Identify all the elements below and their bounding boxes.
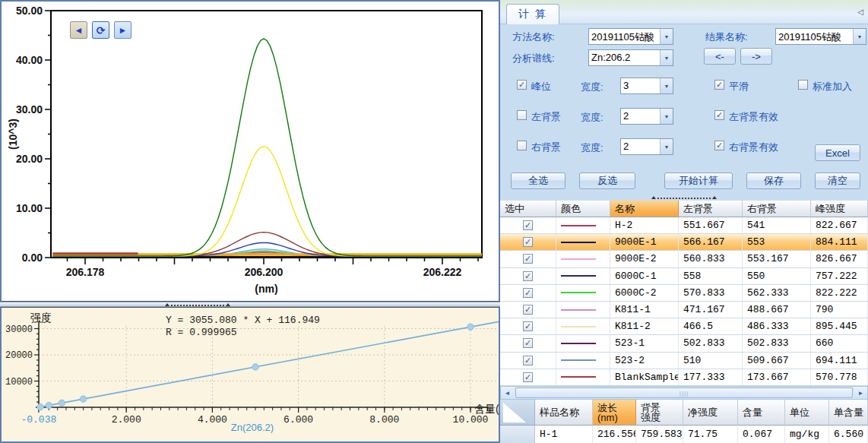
spectral-toolbar: ◄ ⟳ ► (70, 21, 131, 39)
spectral-line-row[interactable]: ✓9000E-1566.167553884.111 (500, 234, 868, 251)
method-name-label: 方法名称: (512, 30, 555, 44)
results-column-header[interactable]: 含量 (738, 400, 785, 426)
app-window: 0.0010.0020.0030.0040.0050.00206.178206.… (0, 0, 868, 443)
row-checkbox[interactable]: ✓ (523, 372, 533, 382)
excel-button[interactable]: Excel (815, 144, 860, 161)
right-bg-cell: 502.833 (743, 335, 811, 351)
results-table-header: 样品名称波长 (nm)背景 强度净强度含量单位单含量 (500, 400, 868, 426)
right-bg-cell: 562.333 (743, 285, 811, 301)
previous-line-button[interactable]: ◄ (70, 21, 87, 39)
next-result-button[interactable]: -> (740, 48, 772, 65)
results-column-header[interactable]: 背景 强度 (636, 400, 683, 426)
chevron-down-icon[interactable]: ▼ (853, 29, 866, 44)
left-bg-valid-checkbox[interactable]: ✓ (714, 110, 724, 120)
horizontal-scrollbar[interactable]: ◄ |||| ► (500, 386, 868, 400)
invert-selection-button[interactable]: 反选 (579, 172, 635, 189)
splitter-handle-icon[interactable] (657, 196, 711, 199)
chevron-down-icon[interactable]: ▼ (660, 78, 673, 93)
spectral-line-row[interactable]: ✓6000C-2570.833562.333822.222 (500, 285, 868, 302)
spectral-line-row[interactable]: ✓523-1502.833502.833660 (500, 335, 868, 352)
lines-column-header[interactable]: 选中 (500, 201, 556, 217)
spectral-line-row[interactable]: ✓K811-2466.5486.333895.445 (500, 318, 868, 335)
row-checkbox[interactable]: ✓ (523, 338, 533, 348)
chevron-down-icon[interactable]: ▼ (660, 50, 673, 65)
scroll-right-icon[interactable]: ► (854, 387, 867, 399)
left-background-checkbox[interactable] (517, 110, 527, 120)
peak-intensity-cell: 757.222 (811, 268, 868, 284)
prev-result-button[interactable]: <- (704, 48, 736, 65)
left-bg-width-select[interactable]: 2 ▼ (620, 108, 673, 125)
results-column-header[interactable]: 波长 (nm) (593, 400, 636, 426)
row-checkbox[interactable]: ✓ (523, 288, 533, 298)
lines-column-header[interactable]: 颜色 (556, 201, 610, 217)
right-bg-width-select[interactable]: 2 ▼ (620, 138, 673, 155)
chevron-down-icon[interactable]: ▼ (660, 109, 673, 124)
tab-calculate[interactable]: 计 算 (506, 4, 559, 24)
calibration-point (37, 403, 43, 410)
peak-intensity-cell: 895.445 (811, 318, 868, 334)
refresh-button[interactable]: ⟳ (92, 21, 109, 39)
chevron-down-icon[interactable]: ▼ (660, 139, 673, 154)
left-bg-cell: 502.833 (679, 335, 743, 351)
right-bg-cell: 550 (743, 268, 811, 284)
row-checkbox[interactable]: ✓ (523, 271, 533, 281)
horizontal-splitter[interactable] (0, 302, 500, 307)
chevron-down-icon[interactable]: ▼ (660, 29, 673, 44)
result-row[interactable]: H-1216.556759.58371.750.067mg/kg6.560 (500, 426, 868, 443)
results-column-header[interactable]: 样品名称 (535, 400, 593, 426)
y-axis-title: 强度 (30, 312, 52, 324)
row-checkbox[interactable]: ✓ (523, 254, 533, 264)
results-column-header[interactable]: 净强度 (683, 400, 738, 426)
right-background-checkbox[interactable] (517, 141, 527, 150)
results-column-header[interactable]: 单位 (785, 400, 829, 426)
y-tick-label: 30.00 (16, 103, 43, 115)
spectral-line-row[interactable]: ✓523-2510509.667694.111 (500, 353, 868, 369)
splitter-handle-icon[interactable] (171, 303, 224, 306)
analysis-line-select[interactable]: Zn:206.2 ▼ (588, 49, 673, 66)
wavelength-cell: 216.556 (593, 426, 636, 443)
save-button[interactable]: 保存 (746, 172, 801, 189)
collapse-panel-icon[interactable]: ◁ (857, 8, 863, 16)
select-all-button[interactable]: 全选 (511, 172, 565, 189)
row-selector-cell[interactable] (500, 426, 535, 443)
standard-addition-checkbox[interactable] (798, 80, 808, 90)
series-label: Zn(206.2) (231, 422, 274, 433)
calibration-curve-panel: 100002000030000-0.0382.0004.0006.0008.00… (0, 307, 500, 443)
peak-position-checkbox[interactable]: ✓ (517, 80, 527, 90)
lines-column-header[interactable]: 右背景 (743, 201, 811, 217)
method-name-select[interactable]: 20191105钴酸 ▼ (588, 28, 673, 45)
spectral-line-row[interactable]: ✓6000C-1558550757.222 (500, 268, 868, 285)
spectral-line-row[interactable]: ✓H-2551.667541822.667 (500, 217, 868, 234)
x-tick-label: 2.000 (112, 414, 141, 426)
start-calculation-button[interactable]: 开始计算 (664, 172, 733, 189)
peak-width-select[interactable]: 3 ▼ (620, 78, 673, 94)
row-checkbox[interactable]: ✓ (523, 237, 533, 247)
peak-intensity-cell: 660 (811, 335, 868, 351)
spectral-line-row[interactable]: ✓K811-1471.167488.667790 (500, 302, 868, 318)
row-checkbox[interactable]: ✓ (523, 220, 533, 230)
lines-column-header[interactable]: 左背景 (679, 201, 743, 217)
y-tick-label: 10000 (5, 377, 33, 388)
clear-button[interactable]: 清空 (815, 172, 860, 189)
scrollbar-thumb[interactable]: |||| (515, 388, 853, 398)
row-checkbox[interactable]: ✓ (523, 321, 533, 331)
result-name-select[interactable]: 20191105钴酸 ▼ (775, 28, 866, 45)
results-column-header[interactable]: 单含量 (829, 400, 868, 426)
next-line-button[interactable]: ► (114, 21, 131, 39)
row-checkbox[interactable]: ✓ (523, 356, 533, 365)
right-bg-valid-checkbox[interactable]: ✓ (714, 141, 724, 150)
panel-splitter[interactable] (500, 195, 868, 201)
spectral-line-row[interactable]: ✓BlankSample1177.333173.667570.778 (500, 369, 868, 386)
x-tick-label: 10.000 (453, 414, 489, 426)
lines-column-header[interactable]: 峰强度 (811, 201, 868, 217)
row-checkbox[interactable]: ✓ (523, 305, 533, 315)
spectral-line-row[interactable]: ✓9000E-2560.833553.167826.667 (500, 251, 868, 267)
scroll-left-icon[interactable]: ◄ (501, 387, 514, 399)
lines-table-header: 选中颜色名称左背景右背景峰强度 (500, 201, 868, 217)
line-name-cell: BlankSample1 (610, 369, 679, 385)
y-tick-label: 0.00 (22, 252, 43, 264)
splitter-arrow-icon (712, 196, 717, 199)
lines-column-header[interactable]: 名称 (610, 201, 679, 217)
smooth-checkbox[interactable]: ✓ (714, 80, 724, 90)
select-all-corner[interactable] (500, 400, 535, 426)
